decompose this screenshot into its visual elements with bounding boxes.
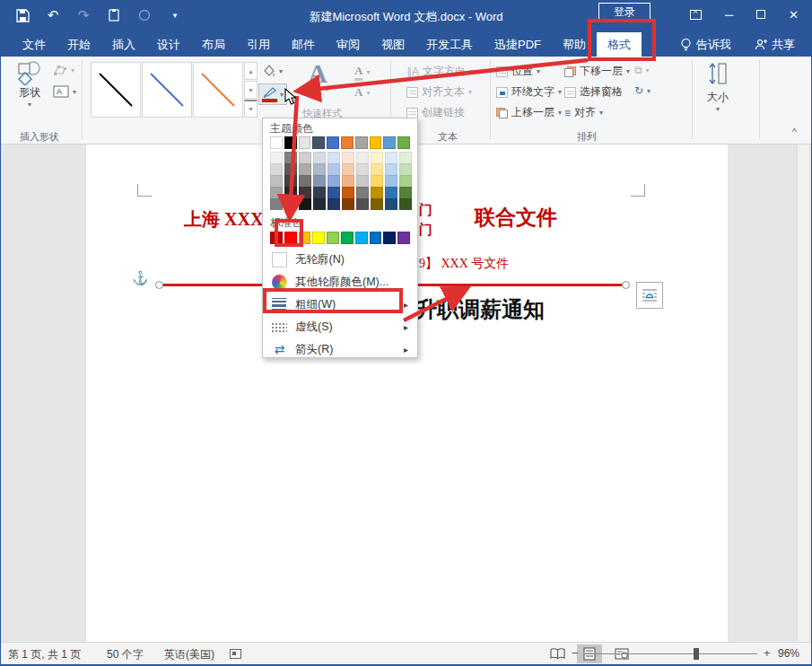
shape-fill-button[interactable]: ▾ (261, 64, 283, 78)
line-handle-right[interactable] (622, 281, 630, 289)
position-button[interactable]: 位置▾ (496, 64, 540, 79)
theme-variant-swatch[interactable] (270, 152, 283, 163)
language-status[interactable]: 英语(美国) (164, 647, 214, 662)
theme-variant-swatch[interactable] (385, 187, 397, 198)
edit-shape-button[interactable]: ▾ (53, 64, 74, 76)
theme-color-swatch[interactable] (299, 136, 311, 149)
tab-home[interactable]: 开始 (57, 32, 101, 57)
theme-variant-swatch[interactable] (356, 175, 369, 187)
selection-pane-button[interactable]: 选择窗格 (564, 84, 623, 100)
tab-format[interactable]: 格式 (597, 32, 642, 57)
theme-variant-swatch[interactable] (284, 175, 297, 187)
theme-variant-swatch[interactable] (327, 152, 340, 163)
maximize-button[interactable] (756, 10, 765, 19)
document-heading[interactable]: 升职调薪通知 (415, 295, 545, 324)
menu-item-weight[interactable]: 粗细(W)▸ (270, 294, 410, 316)
tab-design[interactable]: 设计 (146, 32, 191, 57)
theme-variant-swatch[interactable] (385, 175, 397, 187)
theme-variant-swatch[interactable] (371, 163, 383, 175)
theme-variant-swatch[interactable] (371, 152, 383, 163)
standard-color-swatch[interactable] (341, 232, 354, 244)
standard-color-swatch[interactable] (270, 232, 283, 244)
theme-variant-swatch[interactable] (342, 175, 354, 187)
theme-color-swatch[interactable] (284, 136, 297, 149)
zoom-slider-thumb[interactable] (694, 648, 699, 660)
theme-color-swatch[interactable] (312, 136, 325, 149)
theme-variant-swatch[interactable] (313, 163, 326, 175)
wordart-quick-styles-button[interactable]: A (306, 60, 329, 92)
gallery-more-icon[interactable]: ▾ (244, 100, 258, 118)
theme-variant-swatch[interactable] (327, 175, 340, 187)
text-direction-button[interactable]: ∥A 文字方向▾ (406, 64, 473, 79)
theme-variant-swatch[interactable] (385, 163, 397, 175)
tell-me-group[interactable]: 告诉我 (680, 37, 731, 53)
shapes-button[interactable]: 形状 ▾ (10, 60, 49, 109)
wrap-text-button[interactable]: 环绕文字▾ (496, 84, 562, 100)
tab-pdf[interactable]: 迅捷PDF (484, 32, 552, 57)
theme-variant-swatch[interactable] (299, 175, 311, 187)
text-outline-button[interactable]: A▾ (354, 85, 370, 100)
tab-view[interactable]: 视图 (371, 32, 415, 57)
text-box-button[interactable]: A ▾ (53, 85, 76, 98)
sign-in-button[interactable]: 登录 (598, 3, 650, 21)
theme-variant-swatch[interactable] (399, 175, 412, 187)
joint-document-title[interactable]: 联合文件 (475, 204, 557, 232)
theme-color-swatch[interactable] (355, 136, 368, 149)
theme-variant-swatch[interactable] (284, 187, 297, 198)
standard-color-swatch[interactable] (397, 232, 410, 244)
tab-review[interactable]: 审阅 (326, 32, 371, 57)
theme-variant-swatch[interactable] (313, 187, 326, 198)
theme-variant-swatch[interactable] (270, 187, 283, 198)
theme-variant-swatch[interactable] (356, 163, 369, 175)
ribbon-display-options-icon[interactable] (690, 10, 702, 20)
theme-color-swatch[interactable] (327, 136, 339, 149)
theme-variant-swatch[interactable] (284, 198, 297, 210)
text-fragment-bottom[interactable]: 门 (419, 222, 432, 239)
bring-forward-button[interactable]: 上移一层▾ (496, 105, 562, 120)
shape-style-preset-1[interactable] (91, 62, 141, 118)
theme-variant-swatch[interactable] (356, 152, 369, 163)
theme-color-swatch[interactable] (370, 136, 382, 149)
word-count[interactable]: 50 个字 (107, 647, 144, 662)
theme-variant-swatch[interactable] (284, 163, 297, 175)
theme-variant-swatch[interactable] (399, 198, 412, 210)
theme-variant-swatch[interactable] (399, 187, 412, 198)
theme-variant-swatch[interactable] (342, 163, 354, 175)
minimize-button[interactable]: ─ (725, 8, 733, 22)
theme-variant-swatch[interactable] (342, 198, 354, 210)
theme-variant-swatch[interactable] (299, 152, 311, 163)
standard-color-swatch[interactable] (370, 232, 382, 244)
zoom-level[interactable]: 96% (778, 647, 799, 660)
text-fill-button[interactable]: A▾ (354, 64, 370, 81)
theme-variant-swatch[interactable] (313, 175, 326, 187)
close-button[interactable]: ✕ (789, 8, 799, 22)
tab-layout[interactable]: 布局 (191, 32, 236, 57)
tab-references[interactable]: 引用 (236, 32, 281, 57)
theme-variant-swatch[interactable] (299, 163, 311, 175)
menu-item-more-outline-colors[interactable]: 其他轮廓颜色(M)... (270, 271, 410, 294)
theme-variant-swatch[interactable] (327, 163, 340, 175)
theme-variant-swatch[interactable] (371, 187, 383, 198)
zoom-slider-track[interactable] (584, 653, 757, 654)
send-backward-button[interactable]: 下移一层▾ (564, 64, 630, 79)
gallery-scroll-up-icon[interactable]: ▴ (244, 62, 258, 80)
shape-outline-button[interactable]: ▾ (258, 83, 287, 105)
zoom-in-button[interactable]: + (764, 646, 771, 660)
document-number-text[interactable]: 9】 XXX 号文件 (419, 256, 509, 272)
tab-insert[interactable]: 插入 (101, 32, 146, 57)
vertical-scrollbar[interactable] (797, 145, 809, 642)
standard-color-swatch[interactable] (299, 232, 311, 244)
shape-style-preset-2[interactable] (142, 62, 192, 118)
theme-variant-swatch[interactable] (371, 175, 383, 187)
menu-item-no-outline[interactable]: 无轮廓(N) (270, 249, 410, 271)
text-fragment-top[interactable]: 门 (419, 202, 432, 219)
line-handle-left[interactable] (155, 281, 163, 289)
size-button[interactable]: 大小 ▾ (697, 62, 738, 113)
theme-variant-swatch[interactable] (327, 198, 340, 210)
gallery-scroll-down-icon[interactable]: ▾ (244, 81, 258, 99)
theme-variant-swatch[interactable] (356, 198, 369, 210)
theme-variant-swatch[interactable] (313, 198, 326, 210)
theme-variant-swatch[interactable] (313, 152, 326, 163)
standard-color-swatch[interactable] (383, 232, 396, 244)
macro-record-button[interactable] (230, 649, 241, 662)
